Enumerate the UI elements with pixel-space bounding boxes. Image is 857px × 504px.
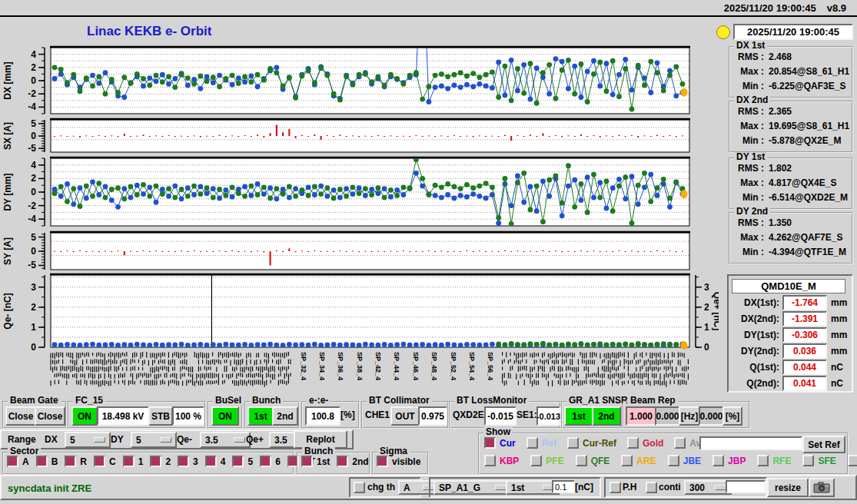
show-checkbox-ref[interactable] <box>526 437 538 449</box>
stat-group-body: RMS :1.802Max :4.817@QX4E_SMin :-6.514@Q… <box>732 161 848 205</box>
ph-checkbox[interactable] <box>610 482 621 493</box>
monitor-row: DY(1st):-0.306mm <box>730 327 849 343</box>
beam-rep-value-2: 0.000 <box>655 406 680 426</box>
sector-checkbox-c[interactable] <box>94 456 105 467</box>
show-checkbox-sfe[interactable] <box>802 455 814 466</box>
svg-text:0: 0 <box>31 246 36 257</box>
gr-a1-2nd-button[interactable]: 2nd <box>592 406 621 426</box>
sp-select-value: SP_A1_G <box>439 482 480 493</box>
sector-label: 3 <box>193 456 198 467</box>
option-menu-dash-icon <box>715 485 726 490</box>
stat-row-label: RMS : <box>732 161 764 176</box>
x-axis-label-band: SP_32_4SP_34_4SP_36_4SP_38_4SP_42_4SP_44… <box>51 352 688 387</box>
chg-th-value: A <box>404 482 410 493</box>
aux-input[interactable] <box>726 480 766 493</box>
resize-button[interactable]: resize <box>767 478 809 497</box>
sector-checkbox-2[interactable] <box>150 456 161 467</box>
show-checkbox-jbp[interactable] <box>713 455 724 466</box>
monitor-row-value: 0.036 <box>782 343 827 359</box>
sector-checkbox-5[interactable] <box>232 456 244 467</box>
fc15-on-button[interactable]: ON <box>71 406 98 426</box>
sector-item-1: 1 <box>123 456 144 467</box>
svg-text:-2: -2 <box>28 88 36 99</box>
x-axis-label: SP_36_4 <box>337 352 344 380</box>
show-checkbox-qfe[interactable] <box>576 455 587 466</box>
snapshot-button[interactable] <box>809 478 835 497</box>
beam-gate-close-1[interactable]: Close <box>5 406 36 426</box>
bunch-check-checkbox-1st[interactable] <box>301 456 313 467</box>
status-message: syncdata init ZRE <box>8 482 91 494</box>
show-checkbox-are[interactable] <box>621 455 633 466</box>
fc15-title: FC_15 <box>73 396 105 406</box>
show-checkbox-gold[interactable] <box>627 437 639 449</box>
svg-text:0: 0 <box>31 187 36 197</box>
stat-group-body: RMS :2.468Max :20.854@S8_61_H1Min :-6.22… <box>732 50 849 94</box>
show-checkbox-jbe[interactable] <box>668 455 679 466</box>
show-checkbox-zre[interactable] <box>848 455 857 466</box>
show-checkbox-ave10[interactable] <box>674 437 686 449</box>
sector-checkbox-b[interactable] <box>36 456 48 467</box>
gr-a1-1st-button[interactable]: 1st <box>564 406 593 426</box>
set-ref-button[interactable]: Set Ref <box>802 436 845 453</box>
sector-label: 6 <box>275 456 281 467</box>
beam-gate-close-2[interactable]: Close <box>35 406 65 426</box>
show-item-kbp: KBP <box>484 455 519 466</box>
option-menu-dash-icon <box>234 437 245 443</box>
sector-checkbox-r[interactable] <box>65 456 76 467</box>
sigma-items: visible <box>377 456 420 467</box>
show-checkbox-cur[interactable] <box>484 437 496 449</box>
chart-dy: 420-2-4DY [mm] <box>2 157 690 226</box>
fc15-stb-button[interactable]: STB <box>148 406 173 426</box>
sector-checkbox-3[interactable] <box>178 456 189 467</box>
show-checkbox-cur-ref[interactable] <box>567 437 579 449</box>
monitor-rows: DX(1st):-1.764mmDX(2nd):-1.391mmDY(1st):… <box>730 294 849 391</box>
sector-checkbox-1[interactable] <box>123 456 135 467</box>
sector-group: Sector ABRC123456BT <box>2 452 294 475</box>
beam-rep-value-1: 1.000 <box>626 406 656 426</box>
stat-row-label: RMS : <box>732 216 764 230</box>
beam-rep-title: Beam Rep <box>628 396 678 406</box>
sector-label: 4 <box>221 456 226 467</box>
sector-checkbox-a[interactable] <box>7 456 18 467</box>
stat-group-dx-2nd: DX 2ndRMS :2.365Max :19.695@S8_61_H1Min … <box>729 101 853 153</box>
busel-on-button[interactable]: ON <box>211 406 239 426</box>
replot-label: Replot <box>306 434 334 445</box>
show-checkbox-rfe[interactable] <box>757 455 769 466</box>
ref-name-input[interactable] <box>699 436 802 450</box>
stat-group-dy-1st: DY 1stRMS :1.802Max :4.817@QX4E_SMin :-6… <box>729 158 853 210</box>
range-qep-value: 3.5 <box>274 435 287 446</box>
range-dx-select[interactable]: 5 <box>65 432 111 448</box>
che1-out-button[interactable]: OUT <box>390 406 420 426</box>
bunch-1st-button[interactable]: 1st <box>247 406 274 426</box>
stat-row-label: RMS : <box>732 104 764 119</box>
bunch-check-checkbox-2nd[interactable] <box>337 456 348 467</box>
bt-lossmonitor-title: BT LossMonitor <box>454 396 529 406</box>
stat-row-value: 2.468 <box>769 50 792 65</box>
sp-select[interactable]: SP_A1_G <box>433 480 512 495</box>
monitor-row-unit: mm <box>831 330 847 340</box>
chg-th-checkbox[interactable] <box>354 482 365 493</box>
monitor-row-label: DX(2nd): <box>730 313 779 324</box>
range-qem-select[interactable]: 3.5 <box>200 432 251 448</box>
sigma-checkbox-visible[interactable] <box>377 456 388 467</box>
show-item-zre: ZRE <box>848 455 857 466</box>
count-select[interactable]: 300 <box>684 480 732 495</box>
svg-text:Qe+ [nC]: Qe+ [nC] <box>712 292 719 330</box>
range-dy-select[interactable]: 5 <box>131 432 177 448</box>
sector-checkbox-6[interactable] <box>260 456 271 467</box>
bt-collimator-value: 0.975 <box>418 406 447 426</box>
show-checkbox-pfe[interactable] <box>530 455 542 466</box>
threshold-input[interactable] <box>552 480 575 493</box>
bunch-2nd-button[interactable]: 2nd <box>272 406 298 426</box>
conti-checkbox[interactable] <box>646 482 657 493</box>
bunch-title: Bunch <box>250 396 283 406</box>
show-checkbox-kbp[interactable] <box>484 455 496 466</box>
monitor-row-value: -1.764 <box>782 295 827 310</box>
sector-item-5: 5 <box>232 456 253 467</box>
show-label: KBP <box>500 456 519 466</box>
sector-checkbox-4[interactable] <box>205 456 217 467</box>
monitor-row: DX(1st):-1.764mm <box>730 294 849 310</box>
svg-text:DY [mm]: DY [mm] <box>2 173 13 211</box>
chg-th-panel: chg th A <box>349 477 421 498</box>
sector-label: 5 <box>247 456 253 467</box>
